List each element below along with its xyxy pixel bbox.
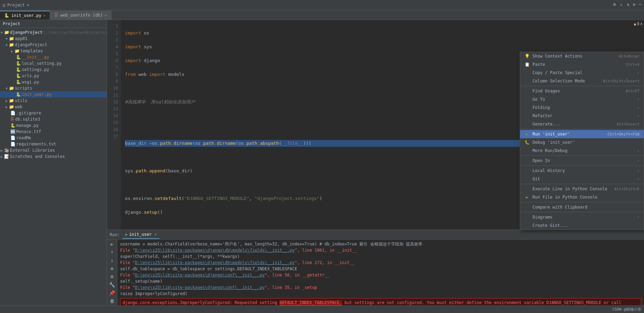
error-link-4[interactable]: D:\env\s25\lib\site-packages\django\conf…	[135, 285, 265, 290]
tree-db-sqlite3[interactable]: 🗄 db.sqlite3	[0, 116, 107, 122]
tree-djangoproject-sub[interactable]: ▼ 📁 djangoProject	[0, 42, 107, 48]
error-link-3[interactable]: D:\env\s25\lib\site-packages\django\conf…	[135, 273, 265, 277]
ctx-create-gist[interactable]: Create Gist...	[520, 221, 644, 230]
ctx-debug-label: Debug 'init_user'	[533, 140, 575, 145]
sort-icon[interactable]: ⇅	[627, 2, 629, 8]
requirements-icon: 📄	[10, 142, 16, 147]
tree-monaco-ttf[interactable]: 🔤 Monaco.ttf	[0, 129, 107, 135]
ctx-more-run-debug[interactable]: More Run/Debug ›	[520, 147, 644, 155]
ctx-local-history-arrow: ›	[637, 168, 640, 173]
ctx-paste-shortcut: Ctrl+V	[626, 62, 640, 67]
ctx-folding[interactable]: Folding ›	[520, 103, 644, 112]
tree-readme[interactable]: 📄 readMe	[0, 135, 107, 141]
init-py-icon: 🐍	[16, 55, 21, 60]
ctx-diagrams[interactable]: Diagrams ›	[520, 213, 644, 221]
error-link-1[interactable]: D:\env\s25\lib\site-packages\django\db\m…	[135, 248, 294, 253]
app01-label: app01	[15, 36, 27, 41]
ctx-compare-left: Compare with Clipboard	[524, 205, 587, 210]
tab-web-userinfo[interactable]: 🗄 web_userinfo [db] ×	[50, 11, 111, 20]
tree-web[interactable]: ▶ 📁 web	[0, 104, 107, 110]
tab-init-user[interactable]: 🐍 init_user.py ×	[0, 11, 50, 20]
tab-close-init-user[interactable]: ×	[43, 14, 46, 18]
ctx-compare-clipboard[interactable]: Compare with Clipboard	[520, 203, 644, 211]
run-tools-icon[interactable]: 🔧	[108, 282, 116, 288]
templates-arrow: ▶	[11, 49, 13, 53]
ctx-copy-paste-arrow: ›	[637, 70, 640, 75]
ctx-open-in-arrow: ›	[637, 158, 640, 163]
tree-init-user-py[interactable]: 🐍 init_user.py	[0, 91, 107, 98]
app01-folder-icon: 📁	[9, 36, 14, 41]
web-arrow: ▶	[6, 105, 8, 109]
tree-manage-py[interactable]: 🐍 manage.py	[0, 122, 107, 129]
tree-settings-py[interactable]: 🐍 settings.py	[0, 67, 107, 73]
ctx-execute-label: Execute Line in Python Console	[533, 186, 607, 191]
wsgi-py-icon: 🐍	[16, 80, 21, 84]
external-libs-label: External Libraries	[10, 148, 55, 153]
error-link-2[interactable]: D:\env\s25\lib\site-packages\django\db\m…	[135, 260, 294, 265]
run-scroll-down-icon[interactable]: ↓	[108, 257, 116, 263]
run-clear-icon[interactable]: 🗑	[108, 298, 116, 304]
tab-close-web-userinfo[interactable]: ×	[105, 13, 107, 17]
ctx-open-in[interactable]: Open In ›	[520, 156, 644, 165]
ctx-find-left: Find Usages	[524, 89, 560, 93]
settings-icon[interactable]: ⚙	[633, 2, 635, 8]
tree-external-libs[interactable]: ▶ 📚 External Libraries	[0, 147, 107, 153]
settings-py-icon: 🐍	[16, 67, 21, 72]
app01-arrow: ▼	[6, 37, 8, 41]
ctx-column-selection[interactable]: Column Selection Mode Alt+Shift+Insert	[520, 77, 644, 85]
urls-py-label: urls.py	[22, 73, 39, 78]
ctx-local-history[interactable]: Local History ›	[520, 166, 644, 175]
ctx-generate-left: Generate...	[524, 122, 560, 127]
tree-gitignore[interactable]: 📄 .gitignore	[0, 110, 107, 116]
tree-wsgi-py[interactable]: 🐍 wsgi.py	[0, 79, 107, 85]
ctx-paste[interactable]: 📋 Paste Ctrl+V	[520, 60, 644, 69]
ctx-git-label: Git	[533, 176, 540, 181]
add-icon[interactable]: ＋	[619, 2, 623, 8]
local-setting-icon: 🐍	[16, 61, 21, 66]
tree-scripts[interactable]: ▼ 📁 scripts	[0, 85, 107, 91]
tree-utils[interactable]: ▶ 📁 utils	[0, 98, 107, 104]
tree-urls-py[interactable]: 🐍 urls.py	[0, 73, 107, 79]
ctx-run-file-icon: ▶	[524, 195, 530, 200]
ctx-run-shortcut: Ctrl+Shift+F10	[607, 132, 640, 137]
title-bar: ◫ Project ▾ ⊞ ＋ ⇅ ⚙ ─	[0, 0, 644, 10]
templates-label: templates	[20, 49, 43, 53]
sidebar-header: Project	[0, 20, 107, 28]
ctx-debug-init-user[interactable]: 🐛 Debug 'init_user'	[520, 138, 644, 147]
run-filter-icon[interactable]: ≡	[108, 265, 116, 272]
tree-root-django[interactable]: ▼ 📁 djangoProject C:\Users\pc\PycharmPro…	[0, 29, 107, 36]
run-settings-icon[interactable]: ⚙	[108, 274, 116, 280]
ctx-refactor-left: Refactor	[524, 113, 553, 118]
run-tab-close[interactable]: ×	[154, 232, 157, 237]
ctx-folding-left: Folding	[524, 105, 550, 110]
tree-scratches[interactable]: ▶ 📝 Scratches and Consoles	[0, 153, 107, 160]
run-tab-init-user[interactable]: ▶ init_user ×	[123, 231, 160, 239]
db-sqlite3-label: db.sqlite3	[15, 117, 40, 122]
run-pin-icon[interactable]: 📌	[108, 290, 116, 296]
scratches-icon: 📝	[4, 154, 9, 159]
ctx-run-file-python[interactable]: ▶ Run File in Python Console	[520, 193, 644, 201]
ctx-execute-line-python[interactable]: Execute Line in Python Console Alt+Shift…	[520, 185, 644, 193]
project-dropdown-icon[interactable]: ▾	[27, 3, 29, 8]
tree-app01[interactable]: ▼ 📁 app01	[0, 36, 107, 42]
run-scroll-up-icon[interactable]: ↑	[108, 249, 116, 255]
ctx-show-context-actions[interactable]: 💡 Show Context Actions Alt+Enter	[520, 52, 644, 60]
ctx-copy-paste-special[interactable]: Copy / Paste Special ›	[520, 69, 644, 77]
ctx-refactor[interactable]: Refactor ›	[520, 112, 644, 120]
ctx-go-to[interactable]: Go To ›	[520, 95, 644, 103]
ctx-git[interactable]: Git ›	[520, 175, 644, 183]
ctx-git-arrow: ›	[637, 176, 640, 181]
notification-arrow-up[interactable]: ∧	[640, 21, 643, 26]
utils-label: utils	[15, 98, 27, 103]
ctx-generate[interactable]: Generate... Alt+Insert	[520, 120, 644, 128]
minimize-icon[interactable]: ─	[639, 2, 641, 8]
context-menu: 💡 Show Context Actions Alt+Enter 📋 Paste…	[520, 52, 644, 230]
run-play-icon[interactable]: ▶	[108, 241, 116, 247]
tree-templates[interactable]: ▶ 📁 templates	[0, 48, 107, 54]
tree-init-py[interactable]: 🐍 __init__.py	[0, 54, 107, 60]
ctx-find-usages[interactable]: Find Usages Alt+F7	[520, 87, 644, 95]
tree-local-setting[interactable]: 🐍 local_setting.py	[0, 60, 107, 67]
tree-requirements[interactable]: 📄 requirements.txt	[0, 141, 107, 147]
layout-icon[interactable]: ⊞	[613, 2, 616, 8]
ctx-run-init-user[interactable]: ▶ Run 'init_user' Ctrl+Shift+F10	[520, 130, 644, 138]
